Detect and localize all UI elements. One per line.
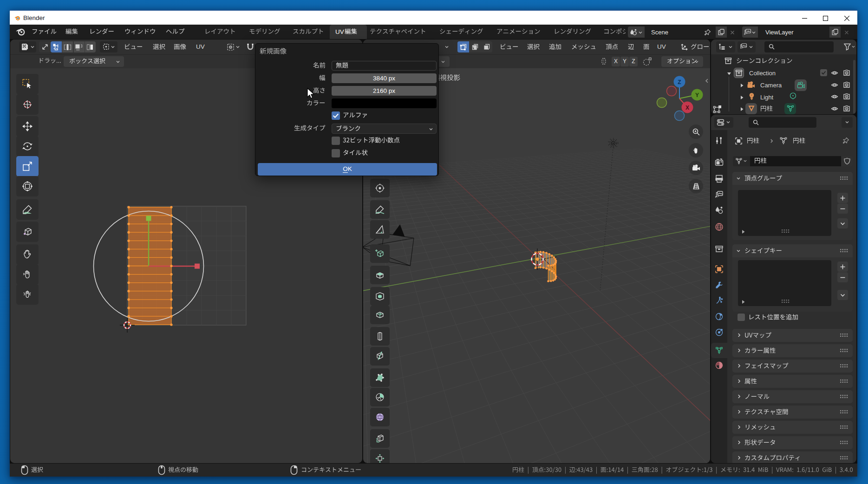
svg-text:X: X [685,105,689,111]
svg-text:Z: Z [678,79,681,85]
svg-text:Y: Y [695,92,699,98]
